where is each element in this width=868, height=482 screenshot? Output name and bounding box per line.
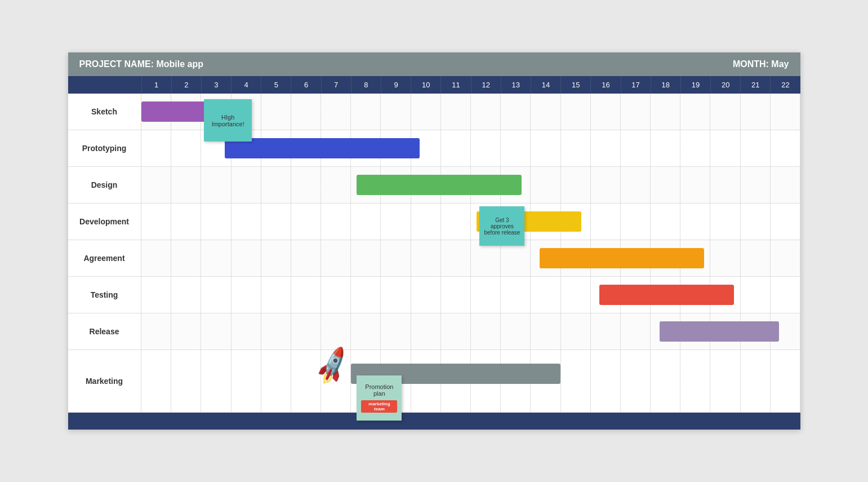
row-agreement: Agreement: [68, 240, 800, 277]
row-testing: Testing: [68, 277, 800, 313]
bar-release: [660, 321, 780, 342]
day-8: 8: [351, 76, 381, 94]
day-15: 15: [560, 76, 590, 94]
day-20: 20: [710, 76, 740, 94]
bar-design: [357, 175, 522, 195]
project-name: PROJECT NAME: Mobile app: [79, 59, 203, 69]
day-16: 16: [590, 76, 620, 94]
cells-agreement: [141, 240, 800, 276]
day-9: 9: [381, 76, 411, 94]
cells-testing: [141, 277, 800, 313]
day-4: 4: [231, 76, 261, 94]
gantt-body: Sketch HIgh Importance! Prototyping Desi…: [68, 94, 800, 413]
days-row: 1 2 3 4 5 6 7 8 9 10 11 12 13 14 15 16 1…: [141, 76, 800, 94]
day-13: 13: [501, 76, 531, 94]
day-12: 12: [471, 76, 501, 94]
cells-marketing: 🚀 Promotion plan marketing team: [141, 350, 800, 412]
day-17: 17: [621, 76, 651, 94]
sticky-promotion: Promotion plan marketing team: [357, 375, 402, 421]
sticky-high-importance: HIgh Importance!: [204, 99, 252, 141]
day-3: 3: [201, 76, 231, 94]
label-marketing: Marketing: [68, 350, 141, 412]
gantt-title-bar: PROJECT NAME: Mobile app MONTH: May: [68, 52, 800, 76]
label-testing: Testing: [68, 277, 141, 313]
sticky-approves: Get 3 approves before release: [479, 206, 524, 246]
cells-release: [141, 313, 800, 350]
cells-design: [141, 167, 800, 203]
day-11: 11: [440, 76, 470, 94]
label-prototyping: Prototyping: [68, 130, 141, 166]
day-1: 1: [141, 76, 171, 94]
rocket-icon: 🚀: [310, 344, 354, 387]
row-development: Development Get 3 approves before releas…: [68, 204, 800, 240]
row-prototyping: Prototyping: [68, 130, 800, 167]
day-6: 6: [291, 76, 321, 94]
row-sketch: Sketch HIgh Importance!: [68, 94, 800, 130]
gantt-footer: [68, 413, 800, 430]
row-design: Design: [68, 167, 800, 204]
row-release: Release: [68, 313, 800, 350]
promo-label: marketing team: [361, 400, 397, 413]
day-19: 19: [680, 76, 710, 94]
promo-text: Promotion plan: [361, 383, 397, 397]
day-5: 5: [261, 76, 291, 94]
label-agreement: Agreement: [68, 240, 141, 276]
day-18: 18: [651, 76, 680, 94]
label-design: Design: [68, 167, 141, 203]
bar-agreement: [540, 248, 705, 268]
cells-sketch: HIgh Importance!: [141, 94, 800, 130]
month-label: MONTH: May: [733, 59, 789, 69]
day-2: 2: [171, 76, 201, 94]
days-header: 1 2 3 4 5 6 7 8 9 10 11 12 13 14 15 16 1…: [68, 76, 800, 94]
gantt-chart: PROJECT NAME: Mobile app MONTH: May 1 2 …: [68, 52, 800, 430]
day-10: 10: [411, 76, 440, 94]
row-marketing: Marketing 🚀 Promotion plan marketing tea…: [68, 350, 800, 413]
day-22: 22: [770, 76, 800, 94]
bar-testing: [599, 285, 734, 305]
day-21: 21: [740, 76, 770, 94]
day-14: 14: [531, 76, 560, 94]
label-release: Release: [68, 313, 141, 350]
label-development: Development: [68, 204, 141, 240]
day-7: 7: [321, 76, 351, 94]
bar-prototyping: [225, 138, 420, 158]
label-sketch: Sketch: [68, 94, 141, 130]
row-label-spacer: [68, 76, 141, 94]
cells-development: Get 3 approves before release: [141, 204, 800, 240]
